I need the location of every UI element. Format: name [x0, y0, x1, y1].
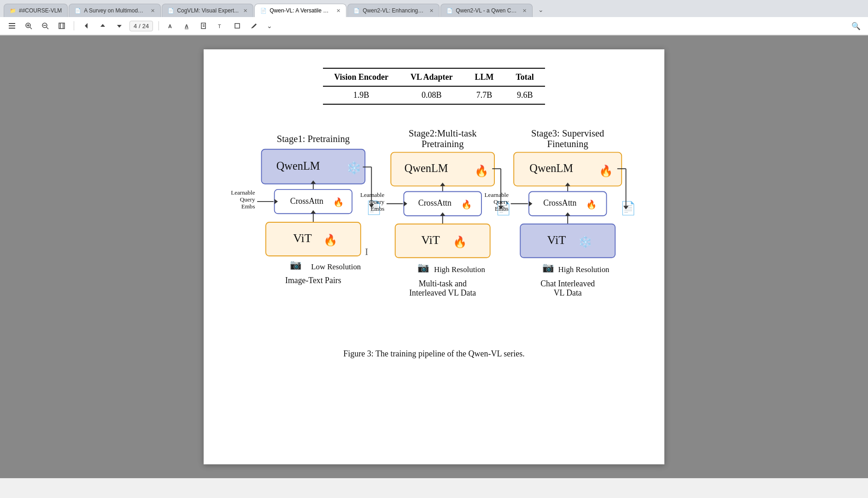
- tab-icon: 📄: [353, 8, 360, 14]
- svg-rect-10: [59, 23, 65, 29]
- stage3-title-line2: Finetuning: [547, 139, 588, 149]
- tab-close-icon[interactable]: ✕: [522, 8, 527, 14]
- stage2-learnable-line1: Learnable: [360, 191, 385, 198]
- tab-more-button[interactable]: ⌄: [534, 3, 548, 17]
- tab-label: ##COURSE-VLM: [19, 7, 62, 14]
- pipeline-diagram: Stage1: Pretraining QwenLM ❄️ CrossAttn …: [231, 119, 637, 340]
- fit-page-button[interactable]: [55, 20, 68, 31]
- tab-label: Qwen2-VL - a Qwen Col...: [456, 7, 518, 14]
- table-header-vl: VL Adapter: [399, 68, 464, 86]
- svg-rect-0: [9, 23, 15, 24]
- tab-course-vlm[interactable]: 📁 ##COURSE-VLM: [4, 4, 68, 17]
- highlight-button[interactable]: T: [214, 20, 227, 31]
- svg-marker-15: [117, 25, 122, 28]
- stage2-cross-label: CrossAttn: [418, 198, 452, 208]
- tab-icon: 📁: [10, 8, 16, 14]
- more-tools-button[interactable]: ⌄: [264, 20, 275, 31]
- annotation-button[interactable]: [198, 20, 211, 31]
- pdf-page: Vision Encoder VL Adapter LLM Total 1.9B…: [204, 49, 664, 464]
- stage1-learnable-line1: Learnable: [231, 189, 255, 196]
- tab-label: Qwen2-VL: Enhancing V...: [363, 7, 425, 14]
- stage2-llm-icon: 🔥: [475, 164, 489, 178]
- svg-line-4: [30, 27, 32, 29]
- content-area: Vision Encoder VL Adapter LLM Total 1.9B…: [0, 36, 868, 478]
- stage3-camera-icon: 📷: [542, 261, 554, 273]
- stage3-camera-label: High Resolution: [558, 265, 610, 274]
- crop-button[interactable]: [231, 20, 244, 31]
- svg-marker-14: [100, 24, 105, 27]
- diagram-wrapper: Stage1: Pretraining QwenLM ❄️ CrossAttn …: [231, 119, 637, 340]
- table-cell-llm: 7.7B: [463, 86, 504, 104]
- stage1-learnable-line3: Embs: [241, 203, 255, 210]
- svg-rect-2: [9, 28, 15, 29]
- tab-label: Qwen-VL: A Versatile Vi...: [270, 7, 332, 14]
- svg-text:A: A: [185, 24, 188, 29]
- stage1-llm-label: QwenLM: [276, 160, 320, 172]
- stage2-camera-icon: 📷: [417, 261, 429, 273]
- stage3-vit-box: [520, 224, 615, 258]
- zoom-out-button[interactable]: [39, 20, 52, 31]
- table-cell-vl: 0.08B: [399, 86, 464, 104]
- stage3-learnable-line1: Learnable: [485, 191, 509, 198]
- sidebar-toggle-button[interactable]: [6, 20, 18, 31]
- tab-close-icon[interactable]: ✕: [429, 8, 434, 14]
- svg-marker-13: [85, 23, 88, 29]
- text-bold-button[interactable]: A: [181, 20, 194, 31]
- stage3-title-line1: Stage3: Supervised: [531, 128, 604, 139]
- tab-cogvlm[interactable]: 📄 CogVLM: Visual Expert... ✕: [162, 4, 253, 17]
- tab-survey[interactable]: 📄 A Survey on Multimodal... ✕: [69, 4, 161, 17]
- tab-label: A Survey on Multimodal...: [84, 7, 146, 14]
- prev-page-button[interactable]: [80, 20, 93, 31]
- tab-close-icon[interactable]: ✕: [151, 8, 155, 14]
- stage3-data-label-1: Chat Interleaved: [540, 279, 595, 288]
- stage3-vit-label: ViT: [547, 233, 566, 247]
- current-page: 4: [134, 23, 137, 30]
- tab-qwenvl[interactable]: 📄 Qwen-VL: A Versatile Vi... ✕: [254, 4, 346, 17]
- stage3-cross-icon: 🔥: [586, 199, 597, 210]
- stage2-camera-label: High Resolution: [434, 265, 485, 274]
- tab-icon: 📄: [75, 8, 81, 14]
- table-header-vision: Vision Encoder: [323, 68, 399, 86]
- stage2-llm-label: QwenLM: [405, 162, 448, 174]
- zoom-in-button[interactable]: [22, 20, 35, 31]
- text-select-button[interactable]: A: [164, 20, 177, 31]
- stage3-llm-icon: 🔥: [599, 164, 613, 178]
- svg-rect-1: [9, 25, 15, 26]
- stage1-data-label: Image-Text Pairs: [285, 276, 341, 285]
- table-header-llm: LLM: [463, 68, 504, 86]
- table-cell-vision: 1.9B: [323, 86, 399, 104]
- next-page-down-button[interactable]: [113, 20, 126, 31]
- tab-close-icon[interactable]: ✕: [243, 8, 247, 14]
- tab-close-icon[interactable]: ✕: [336, 8, 340, 14]
- stage2-learnable-line2: Query: [369, 198, 385, 205]
- next-page-up-button[interactable]: [96, 20, 109, 31]
- tab-bar: 📁 ##COURSE-VLM 📄 A Survey on Multimodal.…: [0, 0, 868, 17]
- stage2-data-label-2: Interleaved VL Data: [409, 288, 476, 297]
- stage1-cross-label: CrossAttn: [290, 196, 323, 206]
- stage2-title-line2: Pretraining: [422, 139, 463, 149]
- stage2-learnable-line3: Embs: [371, 205, 385, 212]
- stage2-vit-icon: 🔥: [453, 235, 467, 249]
- stage1-vit-box: [266, 222, 361, 256]
- table-header-total: Total: [505, 68, 545, 86]
- tab-label: CogVLM: Visual Expert...: [177, 7, 239, 14]
- stage3-learnable-line3: Embs: [495, 205, 509, 212]
- stage1-vit-icon: 🔥: [323, 233, 338, 247]
- stage3-learnable-line2: Query: [493, 198, 509, 205]
- stage3-llm-label: QwenLM: [529, 162, 573, 174]
- browser-chrome: 📁 ##COURSE-VLM 📄 A Survey on Multimodal.…: [0, 0, 868, 36]
- toolbar-separator-2: [158, 21, 159, 30]
- draw-button[interactable]: [247, 20, 260, 31]
- tab-qwen2vl[interactable]: 📄 Qwen2-VL: Enhancing V... ✕: [347, 4, 440, 17]
- stage2-title-line1: Stage2:Multi-task: [409, 128, 477, 139]
- stage1-cross-icon: 🔥: [333, 197, 344, 208]
- search-icon[interactable]: 🔍: [850, 19, 862, 32]
- tab-icon: 📄: [260, 8, 267, 14]
- toolbar: 4 / 24 A A T ⌄ 🔍: [0, 17, 868, 35]
- stage1-vit-label: ViT: [293, 231, 312, 245]
- page-indicator[interactable]: 4 / 24: [129, 21, 153, 31]
- tab-qwen2vl-col[interactable]: 📄 Qwen2-VL - a Qwen Col... ✕: [440, 4, 533, 17]
- stage1-llm-icon: ❄️: [346, 160, 362, 175]
- tab-icon: 📄: [168, 8, 174, 14]
- stage2-data-label-1: Multi-task and: [419, 279, 467, 288]
